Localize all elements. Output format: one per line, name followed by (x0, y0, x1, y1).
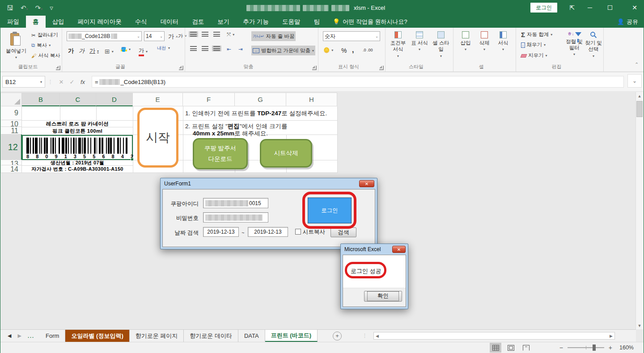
col-header-D[interactable]: D (96, 92, 133, 106)
comma-button[interactable]: , (351, 46, 355, 55)
bold-button[interactable]: 가 (67, 46, 75, 55)
collapse-ribbon-icon[interactable]: ⌃ (635, 62, 639, 67)
row-header-14[interactable]: 14 (0, 165, 22, 173)
tab-team[interactable]: 팀 (307, 16, 327, 28)
fill-button[interactable]: ↓채우기▾ (520, 41, 547, 49)
hscroll-right-icon[interactable]: ▶ (608, 332, 614, 339)
tab-view[interactable]: 보기 (211, 16, 236, 28)
tab-help[interactable]: 도움말 (275, 16, 307, 28)
vscroll-up-icon[interactable]: ▲ (636, 92, 643, 100)
decimal-buttons[interactable]: .0 .00 (361, 47, 374, 53)
select-all-corner[interactable] (0, 92, 22, 106)
sheet-copy-checkbox[interactable] (295, 229, 301, 235)
name-box[interactable]: B12▾ (2, 76, 45, 88)
align-right-button[interactable] (212, 46, 221, 51)
row-header-12[interactable]: 12 (0, 134, 22, 160)
login-button[interactable]: 로그인 (308, 198, 352, 223)
minimize-button[interactable]: ─ (581, 0, 599, 15)
find-select-button[interactable]: 찾기 및 선택▾ (584, 29, 603, 59)
row-header-13[interactable]: 13 (0, 160, 22, 165)
vscroll-thumb[interactable] (636, 101, 643, 117)
tab-insert[interactable]: 삽입 (46, 16, 71, 28)
clear-button[interactable]: 지우기▾ (520, 52, 549, 59)
paste-button[interactable]: 붙여넣기▾ (4, 29, 28, 60)
label-inspection-no-cell[interactable]: 자가검사 번호 : C-A09B-A303001-A150 (22, 166, 133, 172)
underline-button[interactable]: 가▾ (88, 46, 100, 55)
sheet-tab-oil-label[interactable]: 오일라벨 (정보입력) (65, 330, 129, 342)
fill-handle[interactable] (131, 158, 134, 161)
font-size-combo[interactable]: 14⌄ (144, 31, 165, 41)
fill-color-button[interactable]: 🪣▾ (119, 46, 132, 52)
decrease-indent-button[interactable]: ⇤ (225, 46, 233, 53)
sheet-prev-icon[interactable]: ◀ (8, 333, 11, 339)
italic-button[interactable]: 가 (77, 46, 86, 55)
msgbox-close-icon[interactable]: ✕ (392, 246, 406, 253)
selected-cell-B12[interactable]: 8 8 0 9 1 3 5 5 6 8 4 2 4 (22, 135, 133, 160)
increase-indent-button[interactable]: ⇥ (237, 46, 244, 53)
zoom-slider[interactable] (568, 347, 604, 348)
format-painter-button[interactable]: 🖌서식 복사 (30, 52, 62, 59)
sort-filter-button[interactable]: ㅎ↓ 정렬 및 필터▾ (564, 29, 584, 57)
borders-button[interactable]: ⊞▾ (103, 47, 115, 55)
cut-button[interactable]: ✂잘라내기 (30, 31, 59, 39)
share-button[interactable]: 👤 공유 (617, 16, 638, 28)
ok-button[interactable]: 확인 (364, 291, 402, 302)
number-dialog-launcher[interactable] (379, 66, 384, 70)
page-break-view-icon[interactable] (520, 343, 532, 353)
conditional-formatting-button[interactable]: 조건부 서식▾ (387, 29, 409, 59)
row-header-9[interactable]: 9 (0, 106, 22, 120)
wrap-text-button[interactable]: 가나↵ 자동 줄 바꿈 (251, 31, 296, 41)
coupang-id-input[interactable]: 0015 (203, 198, 268, 208)
format-cells-button[interactable]: 서식▾ (495, 29, 512, 52)
add-sheet-icon[interactable]: + (333, 332, 342, 340)
align-left-button[interactable] (189, 46, 198, 51)
zoom-out-icon[interactable]: − (559, 344, 563, 351)
redo-icon[interactable]: ↷▾ (35, 4, 43, 12)
tab-review[interactable]: 검토 (185, 16, 211, 28)
qat-customize-icon[interactable]: ▿ (50, 4, 53, 12)
label-product-desc-cell[interactable]: 핑크 클린코튼 100ml (22, 128, 133, 134)
coupang-download-button[interactable]: 쿠팡 발주서 다운로드 (193, 138, 248, 169)
sheet-tab-fragrant-page[interactable]: 향기로운 페이지 (130, 330, 184, 342)
label-product-name-cell[interactable]: 레스쁘리 로즈 팜 카네이션 (22, 121, 133, 127)
col-header-H[interactable]: H (286, 92, 337, 106)
insert-function-icon[interactable]: fx (77, 79, 88, 85)
tab-formulas[interactable]: 수식 (128, 16, 154, 28)
phonetic-button[interactable]: 내천▾ (155, 46, 171, 51)
cell-styles-button[interactable]: 셀 스타일▾ (430, 29, 452, 59)
vertical-scrollbar[interactable]: ▲ ▼ (636, 92, 643, 329)
ribbon-display-options-icon[interactable]: ⇱ (563, 0, 581, 15)
col-header-E[interactable]: E (133, 92, 183, 106)
formula-input[interactable]: = _Code128B(B13) (92, 76, 624, 88)
label-mfg-date-cell[interactable]: 생산년월 : 2019년 07월 (22, 160, 133, 165)
tell-me-search[interactable]: 💡 어떤 작업을 원하시나요? (326, 16, 414, 28)
col-header-B[interactable]: B (22, 92, 60, 106)
number-format-combo[interactable]: 숫자⌄ (323, 31, 380, 41)
alignment-dialog-launcher[interactable] (312, 66, 317, 70)
clipboard-dialog-launcher[interactable] (56, 66, 60, 70)
expand-formula-bar-icon[interactable]: ⌄ (627, 74, 642, 88)
row-header-11[interactable]: 11 (0, 127, 22, 134)
normal-view-icon[interactable] (490, 343, 501, 353)
close-button[interactable]: ✕ (626, 0, 644, 15)
insert-cells-button[interactable]: 삽입▾ (457, 29, 474, 52)
sheet-next-icon[interactable]: ▶ (17, 333, 21, 339)
merge-center-button[interactable]: ↔ 병합하고 가운데 맞춤▾ (251, 46, 315, 55)
align-center-button[interactable] (200, 46, 210, 51)
sheet-tab-data[interactable]: DATA (238, 330, 265, 342)
undo-icon[interactable]: ↶▾ (21, 4, 28, 12)
align-bottom-button[interactable] (212, 31, 221, 37)
date-to-input[interactable]: 2019-12-13 (248, 227, 288, 237)
orientation-button[interactable]: ⤧▾ (225, 31, 236, 38)
font-name-combo[interactable]: _Code128B ⌄ (67, 31, 142, 41)
percent-button[interactable]: % (340, 46, 348, 55)
zoom-percentage[interactable]: 160% (617, 345, 634, 351)
tab-data[interactable]: 데이터 (154, 16, 186, 28)
page-layout-view-icon[interactable] (505, 343, 517, 353)
horizontal-scrollbar[interactable]: ◀ ▶ (373, 332, 615, 340)
save-icon[interactable]: 🖫 (7, 4, 13, 12)
autosum-button[interactable]: Σ자동 합계▾ (520, 30, 554, 39)
align-top-button[interactable] (189, 31, 198, 37)
sheet-more-icon[interactable]: ... (28, 333, 34, 339)
search-button[interactable]: 검색 (330, 227, 356, 237)
